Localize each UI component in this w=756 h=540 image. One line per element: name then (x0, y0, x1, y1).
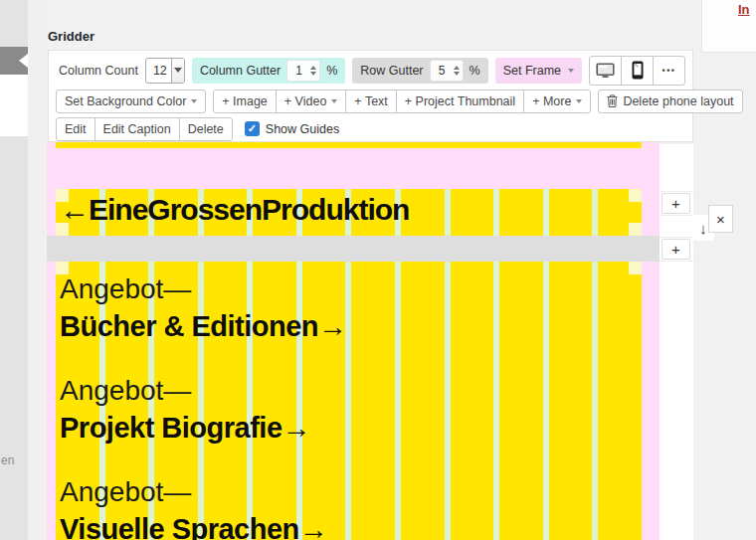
clipped-link[interactable]: In (738, 2, 750, 17)
delete-phone-layout-button[interactable]: Delete phone layout (598, 90, 742, 113)
stepper-up-icon (310, 66, 316, 70)
trash-icon (607, 94, 618, 107)
edit-caption-label: Edit Caption (103, 122, 171, 136)
grid-column[interactable] (598, 262, 642, 540)
column-count-select[interactable]: 12 (145, 58, 185, 84)
offers-text-block[interactable]: Angebot— Bücher & Editionen→ Angebot— Pr… (60, 271, 347, 540)
resize-handle[interactable] (629, 189, 642, 202)
resize-handle[interactable] (56, 262, 69, 274)
column-gutter-input[interactable]: 1 (286, 60, 320, 82)
edit-caption-button[interactable]: Edit Caption (94, 117, 180, 141)
sidebar-white-segment (0, 75, 28, 136)
stepper-down-icon (454, 72, 460, 76)
add-project-thumbnail-label: + Project Thumbnail (405, 94, 515, 108)
column-gutter-chip: Column Gutter 1 % (192, 58, 345, 84)
layout-canvas[interactable]: ←EineGrossenProduktion Angebot— Bücher &… (47, 142, 660, 540)
grid-column[interactable] (499, 189, 543, 236)
grid-column[interactable] (549, 262, 593, 540)
add-video-button[interactable]: + Video (276, 90, 347, 113)
collapse-panel-tab[interactable] (0, 47, 28, 75)
resize-handle[interactable] (56, 223, 69, 236)
show-guides-control[interactable]: ✓ Show Guides (245, 121, 339, 136)
show-guides-checkbox[interactable]: ✓ (245, 121, 260, 136)
add-image-label: + Image (222, 94, 268, 108)
show-guides-label: Show Guides (266, 122, 339, 136)
grid-row-headline[interactable]: ←EineGrossenProduktion (56, 189, 642, 236)
offer-label: Angebot— (60, 271, 347, 307)
delete-button[interactable]: Delete (179, 117, 233, 141)
add-row-button[interactable]: + (662, 193, 690, 214)
column-gutter-stepper[interactable] (310, 66, 319, 76)
stepper-up-icon (454, 66, 460, 70)
column-count-value: 12 (146, 59, 171, 83)
column-gutter-unit: % (326, 64, 337, 78)
phone-layout-button[interactable] (621, 56, 654, 86)
stepper-down-icon (310, 72, 316, 76)
offer-title-link[interactable]: Projekt Biografie→ (60, 409, 347, 447)
set-background-color-button[interactable]: Set Background Color (56, 90, 206, 113)
offer-title-link[interactable]: Bücher & Editionen→ (60, 307, 347, 345)
desktop-layout-button[interactable] (589, 56, 622, 86)
add-project-thumbnail-button[interactable]: + Project Thumbnail (396, 90, 524, 113)
chevron-left-icon (19, 54, 28, 68)
resize-handle[interactable] (629, 262, 642, 274)
grid-column[interactable] (451, 262, 494, 540)
grid-row-offers[interactable]: Angebot— Bücher & Editionen→ Angebot— Pr… (56, 262, 642, 540)
divider (660, 237, 693, 238)
add-more-button[interactable]: + More (523, 90, 591, 113)
set-background-color-label: Set Background Color (65, 94, 186, 108)
sidebar-gutter (28, 0, 46, 540)
close-row-button[interactable]: × (708, 205, 733, 233)
divider (660, 191, 693, 192)
grid-column[interactable] (499, 262, 543, 540)
headline-text[interactable]: ←EineGrossenProduktion (60, 193, 409, 227)
add-image-button[interactable]: + Image (213, 90, 277, 113)
row-gutter-stepper[interactable] (454, 66, 463, 76)
delete-label: Delete (188, 122, 224, 136)
toolbar-row-edit: Edit Edit Caption Delete ✓ Show Guides (49, 115, 692, 142)
edit-label: Edit (65, 122, 87, 136)
add-text-label: + Text (354, 94, 387, 108)
caret-down-icon (331, 99, 337, 103)
grid-column[interactable] (401, 262, 445, 540)
row-controls-strip: + + (660, 144, 693, 540)
ellipsis-icon: ••• (662, 66, 676, 76)
toolbar-row-insert: Set Background Color + Image + Video + T… (49, 87, 692, 115)
offer-title-link[interactable]: Visuelle Sprachen→ (60, 510, 347, 540)
row-gutter-unit: % (470, 64, 480, 78)
delete-phone-layout-label: Delete phone layout (623, 94, 733, 108)
caret-down-icon (174, 68, 182, 73)
grid-column[interactable] (351, 262, 395, 540)
caret-down-icon (568, 69, 574, 73)
toolbar-row-settings: Column Count 12 Column Gutter 1 % Row Gu… (49, 51, 692, 87)
more-options-button[interactable]: ••• (653, 56, 685, 86)
gridder-toolbar-panel: Column Count 12 Column Gutter 1 % Row Gu… (48, 50, 693, 142)
row-gutter-input[interactable]: 5 (430, 60, 464, 82)
edit-button-group: Edit Edit Caption Delete (56, 117, 233, 141)
row-gutter-value: 5 (431, 64, 454, 78)
set-frame-label: Set Frame (503, 64, 561, 78)
add-row-button[interactable]: + (662, 239, 690, 260)
grid-column[interactable] (451, 189, 494, 236)
row-gutter-chip: Row Gutter 5 % (352, 58, 487, 84)
edit-button[interactable]: Edit (56, 117, 95, 141)
corner-card: In (701, 0, 756, 53)
offer-label: Angebot— (60, 373, 347, 409)
set-frame-button[interactable]: Set Frame (495, 58, 582, 84)
offer-item: Angebot— Projekt Biografie→ (60, 373, 347, 447)
divider (660, 261, 693, 262)
add-text-button[interactable]: + Text (345, 90, 396, 113)
monitor-icon (596, 63, 615, 79)
row-gutter-band[interactable] (47, 236, 660, 262)
column-gutter-label: Column Gutter (200, 64, 281, 78)
offer-item: Angebot— Visuelle Sprachen→ (60, 474, 347, 540)
column-gutter-value: 1 (287, 64, 310, 78)
column-count-dropdown-button[interactable] (171, 59, 184, 83)
insert-button-group: + Image + Video + Text + Project Thumbna… (213, 90, 591, 113)
resize-handle[interactable] (629, 223, 642, 236)
grid-column[interactable] (549, 189, 593, 236)
caret-down-icon (191, 99, 197, 103)
column-count-label: Column Count (59, 64, 138, 78)
device-toggle-group: ••• (589, 56, 685, 86)
resize-handle[interactable] (56, 189, 69, 202)
